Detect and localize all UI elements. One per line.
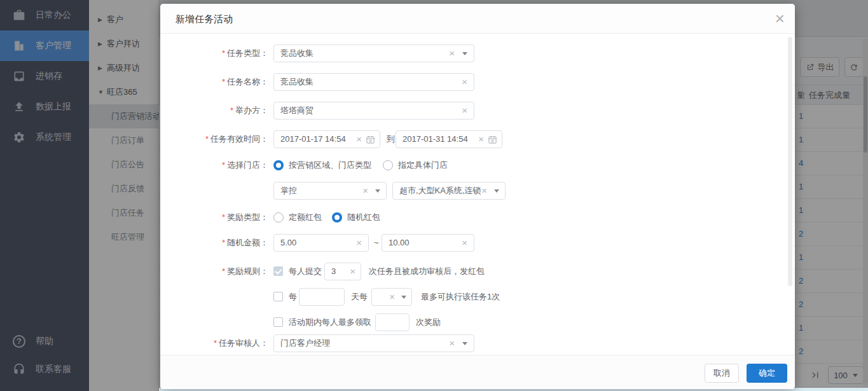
form-row-valid-time: *任务有效时间： 2017-01-17 14:54 × 到 2017-01-31… (160, 130, 795, 148)
start-datetime-value: 2017-01-17 14:54 (280, 131, 346, 147)
dialog-header: 新增任务活动 × (160, 4, 795, 34)
field-label: *任务名称： (160, 73, 268, 91)
required-mark: * (222, 160, 225, 170)
field-label: *举办方： (160, 102, 268, 120)
dialog-title: 新增任务活动 (176, 4, 233, 34)
cancel-button[interactable]: 取消 (705, 364, 739, 383)
rule-text: 每人提交 (289, 263, 322, 280)
confirm-button[interactable]: 确定 (747, 364, 787, 383)
radio-label[interactable]: 定额红包 (289, 211, 322, 224)
required-mark: * (214, 338, 217, 348)
required-mark: * (205, 134, 209, 144)
checkbox-days-limit[interactable] (273, 292, 283, 301)
chevron-down-icon[interactable] (462, 52, 467, 55)
clear-icon[interactable]: × (449, 45, 455, 62)
task-name-input[interactable]: 竞品收集 × (273, 73, 474, 91)
organizer-value: 塔塔商贸 (280, 102, 313, 119)
start-datetime-input[interactable]: 2017-01-17 14:54 × (273, 130, 380, 148)
end-datetime-value: 2017-01-31 14:54 (403, 131, 468, 147)
checkbox-max-rewards[interactable] (273, 317, 283, 327)
add-task-activity-dialog: 新增任务活动 × *任务类型： 竞品收集 × *任务名称： 竞品收集 × *举办… (160, 4, 795, 389)
organizer-input[interactable]: 塔塔商贸 × (273, 102, 474, 120)
amount-min-input[interactable]: 5.00 × (273, 234, 369, 252)
rule-text: 最多可执行该任务1次 (421, 288, 500, 306)
clear-icon[interactable]: × (362, 182, 368, 199)
submit-count-value: 3 (331, 263, 336, 280)
field-label: *随机金额： (160, 234, 268, 252)
max-rewards-input[interactable] (375, 313, 410, 331)
calendar-icon[interactable] (488, 135, 497, 144)
radio-label[interactable]: 指定具体门店 (398, 159, 448, 172)
radio-label[interactable]: 按营销区域、门店类型 (289, 159, 371, 172)
amount-min-value: 5.00 (280, 235, 296, 251)
rule-text: 每 (289, 288, 297, 306)
clear-icon[interactable]: × (356, 235, 362, 251)
required-mark: * (230, 106, 233, 115)
days-input[interactable] (299, 288, 345, 306)
submit-count-input[interactable]: 3 × (324, 263, 361, 280)
required-mark: * (222, 212, 225, 222)
clear-icon[interactable]: × (449, 335, 455, 352)
reviewer-select[interactable]: 门店客户经理 × (273, 334, 474, 352)
field-label: *任务类型： (160, 45, 268, 62)
clear-icon[interactable]: × (389, 289, 395, 305)
amount-max-value: 10.00 (389, 235, 410, 251)
clear-icon[interactable]: × (481, 182, 487, 199)
form-row-reward-rule-1: *奖励规则： 每人提交 3 × 次任务且被成功审核后，发红包 (160, 263, 795, 280)
rule-text: 活动期内每人最多领取 (289, 313, 371, 331)
chevron-down-icon[interactable] (494, 189, 499, 193)
reviewer-value: 门店客户经理 (280, 335, 330, 352)
task-type-value: 竞品收集 (280, 45, 313, 62)
chevron-down-icon[interactable] (401, 296, 406, 299)
radio-random-redpacket[interactable] (332, 212, 342, 223)
clear-icon[interactable]: × (462, 74, 467, 90)
required-mark: * (222, 77, 225, 86)
field-label: *奖励类型： (160, 211, 268, 224)
radio-fixed-redpacket[interactable] (273, 212, 284, 223)
task-name-value: 竞品收集 (280, 74, 313, 90)
form-row-store-dropdowns: 掌控 × 超市,大型KA系统,连锁 × (160, 182, 795, 200)
required-mark: * (222, 238, 225, 247)
amount-max-input[interactable]: 10.00 × (382, 234, 474, 252)
form-row-task-name: *任务名称： 竞品收集 × (160, 73, 795, 91)
store-type-select[interactable]: 超市,大型KA系统,连锁 × (392, 182, 506, 200)
field-label: *任务审核人： (160, 334, 268, 352)
region-value: 掌控 (280, 182, 297, 199)
store-type-value: 超市,大型KA系统,连锁 (399, 182, 481, 199)
calendar-icon[interactable] (366, 135, 375, 144)
form-row-random-amount: *随机金额： 5.00 × ~ 10.00 × (160, 234, 795, 252)
chevron-down-icon[interactable] (462, 342, 467, 345)
task-type-select[interactable]: 竞品收集 × (273, 45, 474, 62)
required-mark: * (222, 266, 225, 276)
rule-text: 次任务且被成功审核后，发红包 (369, 263, 485, 280)
field-label: *奖励规则： (160, 263, 268, 280)
clear-icon[interactable]: × (462, 235, 467, 251)
clear-icon[interactable]: × (356, 131, 362, 147)
modal-scrollbar-thumb[interactable] (788, 37, 792, 286)
form-row-store-select: *选择门店： 按营销区域、门店类型 指定具体门店 (160, 159, 795, 172)
clear-icon[interactable]: × (462, 102, 467, 119)
form-row-reward-type: *奖励类型： 定额红包 随机红包 (160, 211, 795, 224)
close-icon[interactable]: × (775, 9, 785, 28)
clear-icon[interactable]: × (478, 131, 484, 147)
chevron-down-icon[interactable] (375, 189, 380, 193)
dialog-footer: 取消 确定 (160, 355, 795, 389)
form-row-reward-rule-3: 活动期内每人最多领取 次奖励 (160, 313, 795, 331)
checkbox-submit-count[interactable] (273, 266, 283, 276)
field-label: *任务有效时间： (160, 130, 268, 148)
radio-label[interactable]: 随机红包 (347, 211, 380, 224)
clear-icon[interactable]: × (350, 263, 355, 280)
tilde-label: ~ (374, 234, 379, 252)
marketing-region-select[interactable]: 掌控 × (273, 182, 387, 200)
required-mark: * (222, 48, 225, 58)
rule-text: 次奖励 (416, 313, 441, 331)
form-row-task-type: *任务类型： 竞品收集 × (160, 45, 795, 62)
radio-specific-store[interactable] (383, 160, 393, 170)
radio-by-region-type[interactable] (273, 160, 284, 170)
per-unit-select[interactable]: × (371, 288, 412, 306)
to-label: 到 (387, 130, 395, 148)
field-label: *选择门店： (160, 159, 268, 172)
form-row-reviewer: *任务审核人： 门店客户经理 × (160, 334, 795, 352)
end-datetime-input[interactable]: 2017-01-31 14:54 × (396, 130, 502, 148)
form-row-organizer: *举办方： 塔塔商贸 × (160, 102, 795, 120)
